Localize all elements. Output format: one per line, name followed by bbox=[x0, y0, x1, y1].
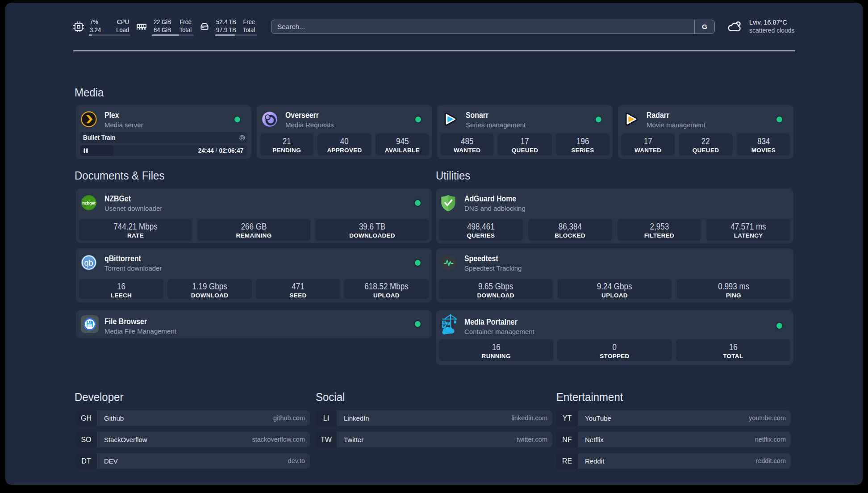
svg-text:qb: qb bbox=[84, 259, 93, 267]
svg-text:nzbget: nzbget bbox=[82, 201, 96, 205]
